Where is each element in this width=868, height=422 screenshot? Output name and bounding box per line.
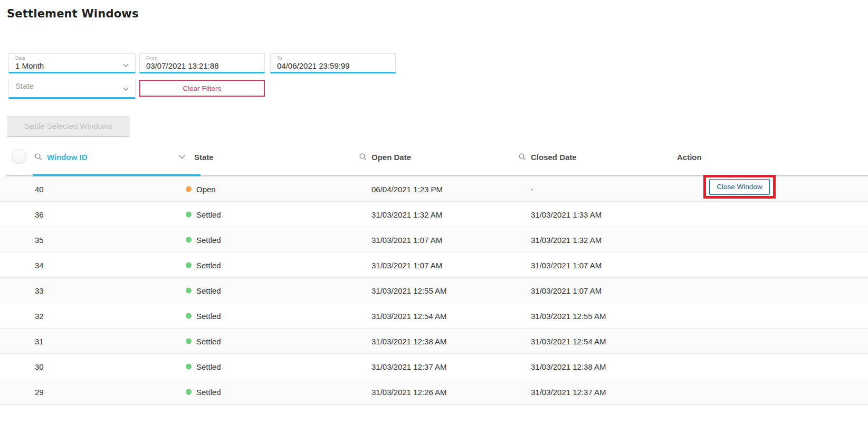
to-input-value: 04/06/2021 23:59:99 xyxy=(277,61,389,71)
state-cell: Settled xyxy=(186,210,221,219)
settle-selected-windows-button[interactable]: Settle Selected Windows xyxy=(7,116,130,137)
closed-date-cell: 31/03/2021 12:54 AM xyxy=(531,336,606,345)
table-row[interactable]: 35 Settled 31/03/2021 1:07 AM 31/03/2021… xyxy=(0,227,868,252)
closed-date-cell: 31/03/2021 1:32 AM xyxy=(531,235,602,244)
column-header-closed-date[interactable]: Closed Date xyxy=(519,149,577,164)
status-dot-settled xyxy=(186,211,192,217)
state-cell: Settled xyxy=(186,235,221,244)
settlement-windows-page: Settlement Windows Date 1 Month From 03/… xyxy=(0,0,868,422)
table-row[interactable]: 31 Settled 31/03/2021 12:38 AM 31/03/202… xyxy=(0,329,868,354)
clear-filters-button[interactable]: Clear Filters xyxy=(139,80,265,97)
from-date-input[interactable]: From 03/07/2021 13:21:88 xyxy=(139,53,265,73)
status-dot-settled xyxy=(186,262,192,268)
state-cell: Open xyxy=(186,184,216,193)
to-input-label: To xyxy=(277,55,389,61)
open-date-cell: 31/03/2021 1:32 AM xyxy=(371,210,442,219)
open-date-cell: 31/03/2021 12:38 AM xyxy=(371,336,447,345)
from-input-label: From xyxy=(146,55,258,61)
state-label: Settled xyxy=(196,311,221,320)
open-date-cell: 06/04/2021 1:23 PM xyxy=(371,184,443,193)
annotation-highlight-box: Close Window xyxy=(703,175,776,199)
state-label: Open xyxy=(196,184,216,193)
table-row[interactable]: 33 Settled 31/03/2021 12:55 AM 31/03/202… xyxy=(0,278,868,303)
column-header-action: Action xyxy=(677,149,702,164)
state-cell: Settled xyxy=(186,286,221,295)
state-label: Settled xyxy=(196,336,221,345)
search-icon[interactable] xyxy=(35,153,42,161)
page-title: Settlement Windows xyxy=(7,7,139,20)
window-id-cell: 36 xyxy=(35,210,44,219)
closed-date-cell: 31/03/2021 12:55 AM xyxy=(531,311,606,320)
column-header-open-date[interactable]: Open Date xyxy=(359,149,411,164)
status-dot-settled xyxy=(186,313,192,318)
table-row[interactable]: 34 Settled 31/03/2021 1:07 AM 31/03/2021… xyxy=(0,252,868,278)
closed-date-cell: 31/03/2021 12:37 AM xyxy=(531,387,606,396)
window-id-cell: 30 xyxy=(35,362,44,371)
state-cell: Settled xyxy=(186,260,221,269)
open-date-cell: 31/03/2021 1:07 AM xyxy=(371,260,442,269)
window-id-cell: 35 xyxy=(35,235,44,244)
select-all-checkbox[interactable] xyxy=(12,149,26,164)
status-dot-settled xyxy=(186,363,192,369)
state-select[interactable]: State xyxy=(8,79,136,99)
status-dot-settled xyxy=(186,338,192,344)
window-id-cell: 34 xyxy=(35,260,44,269)
column-header-label: State xyxy=(194,153,214,162)
state-label: Settled xyxy=(196,235,221,244)
closed-date-cell: 31/03/2021 1:07 AM xyxy=(531,286,602,295)
state-label: Settled xyxy=(196,210,221,219)
closed-date-cell: - xyxy=(531,184,533,193)
table-row[interactable]: 40 Open 06/04/2021 1:23 PM - Close Windo… xyxy=(0,176,868,202)
window-id-cell: 29 xyxy=(35,387,44,396)
close-window-button[interactable]: Close Window xyxy=(709,179,770,195)
column-header-label: Window ID xyxy=(47,153,88,162)
chevron-down-icon xyxy=(123,62,129,68)
search-icon[interactable] xyxy=(519,153,526,161)
open-date-cell: 31/03/2021 12:55 AM xyxy=(371,286,447,295)
table-row[interactable]: 30 Settled 31/03/2021 12:37 AM 31/03/202… xyxy=(0,354,868,379)
closed-date-cell: 31/03/2021 1:07 AM xyxy=(531,260,602,269)
state-cell: Settled xyxy=(186,362,221,371)
column-header-label: Open Date xyxy=(371,153,411,162)
state-label: Settled xyxy=(196,260,221,269)
table-row[interactable]: 36 Settled 31/03/2021 1:32 AM 31/03/2021… xyxy=(0,202,868,227)
table-body: 40 Open 06/04/2021 1:23 PM - Close Windo… xyxy=(0,176,868,405)
state-label: Settled xyxy=(196,387,221,396)
open-date-cell: 31/03/2021 12:37 AM xyxy=(371,362,447,371)
status-dot-open xyxy=(186,186,192,192)
column-header-state[interactable]: State xyxy=(194,149,214,164)
date-range-select[interactable]: Date 1 Month xyxy=(8,53,136,73)
column-header-window-id[interactable]: Window ID xyxy=(35,149,88,164)
to-date-input[interactable]: To 04/06/2021 23:59:99 xyxy=(270,53,396,73)
closed-date-cell: 31/03/2021 12:38 AM xyxy=(531,362,606,371)
search-icon[interactable] xyxy=(359,153,367,161)
window-id-cell: 33 xyxy=(35,286,44,295)
state-cell: Settled xyxy=(186,387,221,396)
sort-chevron-icon[interactable] xyxy=(178,154,186,160)
from-input-value: 03/07/2021 13:21:88 xyxy=(146,61,258,71)
table-row[interactable]: 32 Settled 31/03/2021 12:54 AM 31/03/202… xyxy=(0,303,868,329)
open-date-cell: 31/03/2021 12:54 AM xyxy=(371,311,447,320)
table-row[interactable]: 29 Settled 31/03/2021 12:26 AM 31/03/202… xyxy=(0,379,868,405)
column-header-label: Closed Date xyxy=(531,153,577,162)
state-cell: Settled xyxy=(186,311,221,320)
table-header: Window ID State Open Date Closed Date Ac… xyxy=(0,149,868,164)
open-date-cell: 31/03/2021 12:26 AM xyxy=(371,387,447,396)
status-dot-settled xyxy=(186,237,192,242)
status-dot-settled xyxy=(186,287,192,293)
date-select-label: Date xyxy=(15,55,129,61)
date-select-value: 1 Month xyxy=(15,61,129,71)
state-cell: Settled xyxy=(186,336,221,345)
window-id-cell: 31 xyxy=(35,336,44,345)
state-label: Settled xyxy=(196,286,221,295)
window-id-cell: 40 xyxy=(35,184,44,193)
window-id-cell: 32 xyxy=(35,311,44,320)
status-dot-settled xyxy=(186,389,192,395)
state-label: Settled xyxy=(196,362,221,371)
chevron-down-icon xyxy=(123,86,129,92)
column-header-label: Action xyxy=(677,153,702,162)
closed-date-cell: 31/03/2021 1:33 AM xyxy=(531,210,602,219)
open-date-cell: 31/03/2021 1:07 AM xyxy=(371,235,442,244)
state-select-placeholder: State xyxy=(15,81,129,91)
